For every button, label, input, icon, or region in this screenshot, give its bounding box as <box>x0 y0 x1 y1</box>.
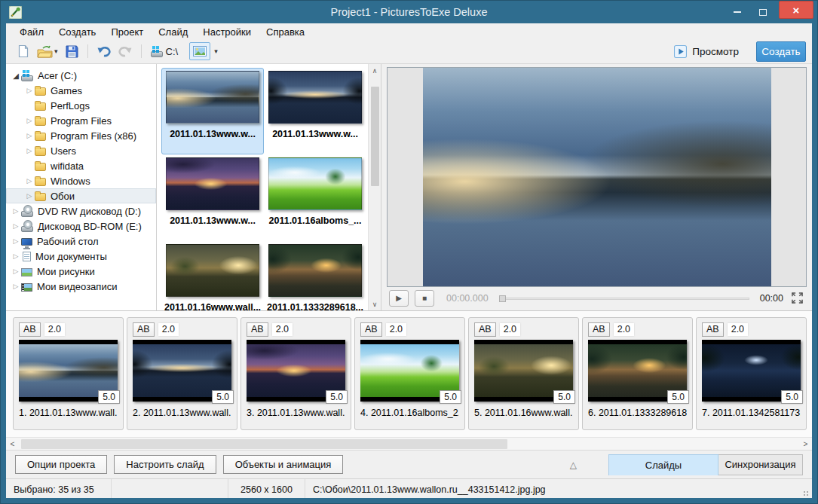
menu-settings[interactable]: Настройки <box>195 23 259 41</box>
customize-slide-button[interactable]: Настроить слайд <box>114 455 216 474</box>
thumbnail[interactable]: 2011.01.1333289618... <box>264 241 366 310</box>
slide-thumbnail[interactable]: 5.0 <box>360 340 459 402</box>
tree-item-oboi-selected[interactable]: ▷ Обои <box>6 188 156 203</box>
stop-button[interactable]: ■ <box>415 290 434 307</box>
transition-ab-button[interactable]: AB <box>588 322 610 337</box>
transition-ab-button[interactable]: AB <box>247 322 268 337</box>
tree-item-my-videos[interactable]: ▷ Мои видеозаписи <box>6 279 156 294</box>
thumbnail-selected[interactable]: 2011.01.13www.w... <box>161 68 264 154</box>
tree-item-bd-rom[interactable]: ▷ Дисковод BD-ROM (E:) <box>6 218 156 234</box>
slide-card-6[interactable]: AB 2.0 5.0 6. 2011.01.1333289618... <box>582 317 693 430</box>
tab-synchronization[interactable]: Синхронизация <box>718 454 803 475</box>
save-project-button[interactable] <box>62 42 82 60</box>
scroll-up-icon[interactable]: ∧ <box>369 64 381 77</box>
duration-badge[interactable]: 5.0 <box>781 390 803 404</box>
scrollbar-thumb[interactable] <box>21 439 507 449</box>
chevron-right-icon[interactable]: ▷ <box>24 117 35 124</box>
slide-card-3[interactable]: AB 2.0 5.0 3. 2011.01.13www.wall... <box>240 317 351 430</box>
tree-item-acer-c[interactable]: ◢ Acer (C:) <box>6 68 156 83</box>
tree-item-my-pictures[interactable]: ▷ Мои рисунки <box>6 264 156 279</box>
duration-badge[interactable]: 5.0 <box>98 390 120 404</box>
chevron-right-icon[interactable]: ▷ <box>11 222 21 230</box>
slide-thumbnail[interactable]: 5.0 <box>588 340 687 402</box>
chevron-right-icon[interactable]: ▷ <box>11 207 21 215</box>
tree-item-users[interactable]: ▷ Users <box>6 143 156 158</box>
slide-card-7[interactable]: AB 2.0 5.0 7. 2011.01.1342581173... <box>696 317 807 430</box>
menu-create[interactable]: Создать <box>51 23 103 41</box>
tree-item-program-files-x86[interactable]: ▷ Program Files (x86) <box>6 128 156 143</box>
menu-slide[interactable]: Слайд <box>151 23 195 41</box>
minimize-button[interactable] <box>725 1 750 23</box>
thumbnail[interactable]: 2011.01.16www.wall... <box>161 241 264 310</box>
transition-time-chip[interactable]: 2.0 <box>386 323 406 336</box>
slide-card-4[interactable]: AB 2.0 5.0 4. 2011.01.16alboms_2... <box>354 317 465 430</box>
horizontal-scrollbar[interactable]: < > <box>6 437 812 450</box>
chevron-right-icon[interactable]: ▷ <box>24 132 35 139</box>
transition-ab-button[interactable]: AB <box>474 322 496 337</box>
tree-item-windows[interactable]: ▷ Windows <box>6 173 156 188</box>
objects-animation-button[interactable]: Объекты и анимация <box>223 455 344 474</box>
resize-grip[interactable] <box>804 491 810 497</box>
slide-thumbnail[interactable]: 5.0 <box>19 340 118 402</box>
redo-button[interactable] <box>115 42 136 60</box>
slide-thumbnail[interactable]: 5.0 <box>702 340 801 402</box>
chevron-right-icon[interactable]: ▷ <box>24 87 35 94</box>
chevron-right-icon[interactable]: ▷ <box>11 283 21 290</box>
slide-thumbnail[interactable]: 5.0 <box>474 340 573 402</box>
menu-help[interactable]: Справка <box>259 23 312 41</box>
view-mode-button[interactable] <box>189 42 210 60</box>
transition-time-chip[interactable]: 2.0 <box>500 323 520 336</box>
slide-card-2[interactable]: AB 2.0 5.0 2. 2011.01.13www.wall... <box>127 317 237 430</box>
transition-ab-button[interactable]: AB <box>133 322 155 337</box>
transition-ab-button[interactable]: AB <box>360 322 382 337</box>
transition-time-chip[interactable]: 2.0 <box>728 323 748 336</box>
collapse-panel-icon[interactable]: △ <box>570 460 577 470</box>
view-mode-dropdown[interactable]: ▾ <box>210 42 220 60</box>
new-project-button[interactable] <box>14 42 33 60</box>
thumbnail[interactable]: 2011.01.16alboms_... <box>264 154 366 241</box>
vertical-scrollbar[interactable]: ∧ ∨ <box>368 64 381 310</box>
tab-slides[interactable]: Слайды <box>608 454 718 475</box>
tree-item-my-documents[interactable]: ▷ Мои документы <box>6 249 156 264</box>
tree-item-program-files[interactable]: ▷ Program Files <box>6 113 156 128</box>
scroll-down-icon[interactable]: ∨ <box>369 298 381 310</box>
scrollbar-track[interactable] <box>19 438 799 450</box>
undo-button[interactable] <box>93 42 115 60</box>
slide-card-5[interactable]: AB 2.0 5.0 5. 2011.01.16www.wall... <box>468 317 579 430</box>
chevron-right-icon[interactable]: ▷ <box>24 177 35 185</box>
create-button[interactable]: Создать <box>756 41 806 62</box>
transition-ab-button[interactable]: AB <box>19 322 41 337</box>
chevron-right-icon[interactable]: ▷ <box>11 237 21 245</box>
transition-time-chip[interactable]: 2.0 <box>158 323 179 336</box>
duration-badge[interactable]: 5.0 <box>440 390 461 404</box>
tree-item-perflogs[interactable]: PerfLogs <box>6 98 156 113</box>
slide-thumbnail[interactable]: 5.0 <box>133 340 231 402</box>
transition-time-chip[interactable]: 2.0 <box>614 323 634 336</box>
slider-handle[interactable] <box>499 295 506 302</box>
play-button[interactable]: ▶ <box>389 290 409 307</box>
open-project-button[interactable]: ▾ <box>33 42 62 60</box>
maximize-button[interactable] <box>750 1 776 23</box>
fullscreen-button[interactable] <box>789 291 804 306</box>
chevron-right-icon[interactable]: ▷ <box>24 147 35 154</box>
close-button[interactable]: × <box>779 1 813 19</box>
chevron-right-icon[interactable]: ▷ <box>11 267 21 275</box>
menu-project[interactable]: Проект <box>103 23 151 41</box>
sync-drive-button[interactable]: C:\ <box>147 42 182 60</box>
duration-badge[interactable]: 5.0 <box>553 390 575 404</box>
chevron-expanded-icon[interactable]: ◢ <box>11 72 21 80</box>
chevron-right-icon[interactable]: ▷ <box>24 192 35 200</box>
transition-time-chip[interactable]: 2.0 <box>44 323 65 336</box>
duration-badge[interactable]: 5.0 <box>667 390 689 404</box>
scroll-left-icon[interactable]: < <box>6 438 19 450</box>
slide-card-1[interactable]: AB 2.0 5.0 1. 2011.01.13www.wall... <box>13 317 124 430</box>
thumbnail[interactable]: 2011.01.13www.w... <box>264 68 366 154</box>
tree-item-dvd-rw[interactable]: ▷ DVD RW дисковод (D:) <box>6 203 156 218</box>
transition-ab-button[interactable]: AB <box>702 322 724 337</box>
tree-item-wifidata[interactable]: wifidata <box>6 158 156 173</box>
menu-file[interactable]: Файл <box>12 23 51 41</box>
duration-badge[interactable]: 5.0 <box>326 390 348 404</box>
thumbnail[interactable]: 2011.01.13www.w... <box>161 154 264 241</box>
tree-item-games[interactable]: ▷ Games <box>6 83 156 98</box>
transition-time-chip[interactable]: 2.0 <box>272 323 293 336</box>
